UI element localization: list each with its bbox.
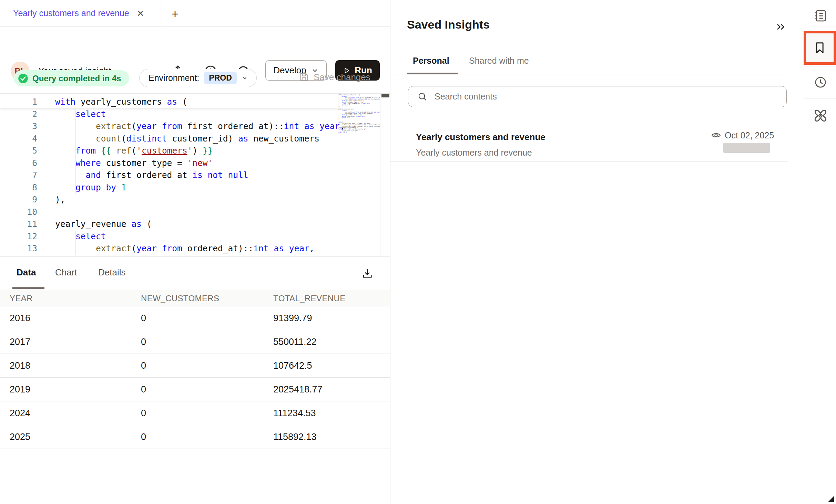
table-cell: 2016 [10,313,30,324]
code-line[interactable]: 12 select [0,230,338,243]
table-cell: 2019 [10,384,30,395]
right-sidebar [804,0,836,504]
indent-guide [96,121,96,145]
code-line[interactable]: 4 count(distinct customer_id) as new_cus… [0,133,338,145]
code-line[interactable]: 8 group by 1 [0,181,338,194]
sql-editor[interactable]: 1with yearly_customers as (2 select3 ext… [0,93,390,256]
code-line[interactable]: 6 where customer_type = 'new' [0,157,338,169]
table-cell: 0 [141,337,146,347]
save-changes-button[interactable]: Save changes [298,72,370,83]
table-cell: 91399.79 [273,313,312,324]
environment-label: Environment: [149,73,199,83]
tab-data[interactable]: Data [17,267,36,278]
download-button[interactable] [360,266,375,281]
line-number: 8 [0,181,37,194]
table-row[interactable]: 20240111234.53 [0,401,390,425]
code-line[interactable]: 9), [0,193,338,206]
chevron-down-icon [242,75,248,81]
insight-list-item[interactable]: Yearly customers and revenue Yearly cust… [390,121,788,162]
indent-guide [75,231,76,255]
indent-guide [96,243,96,255]
editor-scrollbar[interactable] [380,94,390,256]
panel-tab-bar: Personal Shared with me [390,48,788,74]
collapse-panel-button[interactable] [774,20,789,34]
line-number: 10 [0,206,37,218]
sidebar-item-notebook[interactable] [804,0,836,32]
code-line[interactable]: 13 extract(year from ordered_at)::int as… [0,242,338,255]
column-header-new-customers: NEW_CUSTOMERS [141,294,219,303]
table-row[interactable]: 20250115892.13 [0,425,390,449]
active-tab-underline [12,287,44,289]
bookmark-icon [813,41,827,55]
search-input[interactable] [435,92,745,102]
table-row[interactable]: 20180107642.5 [0,354,390,378]
results-tab-bar: Data Chart Details [0,256,390,290]
scrollbar-thumb[interactable] [381,94,389,97]
code-text: ), [55,193,65,206]
search-box[interactable] [408,86,787,107]
table-cell: 107642.5 [273,360,312,371]
table-row[interactable]: 20170550011.22 [0,330,390,354]
column-header-year: YEAR [10,294,33,303]
table-cell: 0 [141,408,146,419]
search-icon [417,92,428,102]
close-icon[interactable]: ✕ [137,9,144,18]
environment-selector[interactable]: Environment: PROD [139,69,257,87]
tab-shared-with-me[interactable]: Shared with me [469,56,529,66]
table-cell: 115892.13 [273,432,317,442]
tab-details[interactable]: Details [98,267,125,278]
line-number: 9 [0,193,37,206]
code-lines[interactable]: 1with yearly_customers as (2 select3 ext… [0,96,338,255]
code-text: yearly_revenue as ( [55,218,152,230]
panel-title: Saved Insights [407,18,490,31]
code-line[interactable]: 1with yearly_customers as ( [0,96,338,108]
code-text: count(distinct customer_id) as new_custo… [55,133,319,145]
app-root: Yearly customers and revenue ✕ + BL Your… [0,0,836,504]
eye-icon [711,130,721,140]
table-cell: 2025 [10,432,30,442]
code-line[interactable]: 2 select [0,108,338,120]
tab-strip: Yearly customers and revenue ✕ + [0,0,390,27]
tab-yearly-customers[interactable]: Yearly customers and revenue ✕ [0,0,162,27]
compass-icon [813,108,828,123]
tab-personal[interactable]: Personal [413,56,449,66]
code-line[interactable]: 11yearly_revenue as ( [0,218,338,230]
table-cell: 0 [141,360,146,371]
table-cell: 0 [141,313,146,324]
sidebar-item-history[interactable] [804,66,836,98]
saved-insights-panel: Saved Insights Personal Shared with me Y… [390,0,804,504]
line-number: 6 [0,157,37,169]
tab-chart[interactable]: Chart [55,267,77,278]
code-text: and first_ordered_at is not null [55,169,248,181]
sidebar-item-saved-insights[interactable] [804,31,836,65]
plus-icon: + [172,7,179,21]
code-line[interactable]: 7 and first_ordered_at is not null [0,169,338,181]
toolbar: BL Your saved insight Develop Run [0,27,390,66]
double-chevron-right-icon [775,22,787,32]
table-cell: 111234.53 [273,408,316,419]
panel-active-tab-underline [407,73,458,74]
code-line[interactable]: 5 from {{ ref('customers') }} [0,145,338,157]
table-row[interactable]: 201902025418.77 [0,378,390,401]
notebook-icon [813,9,828,23]
new-tab-button[interactable]: + [168,7,182,21]
code-line[interactable]: 10 [0,206,338,218]
line-number: 11 [0,218,37,230]
table-row[interactable]: 2016091399.79 [0,306,390,330]
check-icon [18,73,28,84]
code-text: extract(year from first_ordered_at)::int… [55,120,345,133]
table-cell: 0 [141,384,146,395]
sidebar-item-lineage[interactable] [804,100,836,132]
corner-resize-indicator [828,496,834,502]
tab-title: Yearly customers and revenue [13,8,129,18]
table-cell: 2024 [10,408,30,419]
table-cell: 550011.22 [273,337,317,347]
download-icon [361,267,374,280]
minimap[interactable]: with yearly_customers as ( select extrac… [338,94,380,256]
line-number: 2 [0,108,37,120]
save-changes-label: Save changes [314,72,370,83]
insight-item-subtitle: Yearly customers and revenue [416,148,532,158]
line-number: 1 [0,96,37,108]
code-line[interactable]: 3 extract(year from first_ordered_at)::i… [0,120,338,133]
line-number: 12 [0,230,37,243]
